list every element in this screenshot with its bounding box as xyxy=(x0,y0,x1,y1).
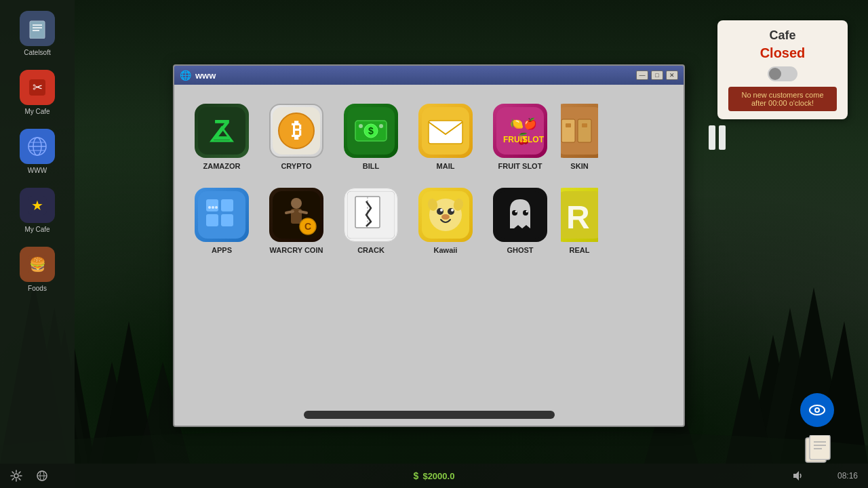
app-crypto[interactable]: ₿ CRYPTO xyxy=(262,98,330,176)
svg-text:✂: ✂ xyxy=(33,81,43,94)
app-bill[interactable]: $ BILL xyxy=(337,98,405,176)
kawaii-icon-img xyxy=(418,188,473,242)
cafe-toggle-container xyxy=(728,66,837,81)
app-crack[interactable]: CRACK xyxy=(337,182,405,260)
toggle-thumb xyxy=(769,68,781,80)
settings-icon xyxy=(10,470,22,482)
real-label: REAL xyxy=(570,246,590,254)
sidebar-item-my-cafe[interactable]: ✂ My Cafe xyxy=(7,66,68,119)
sidebar-label-foods: Foods xyxy=(28,285,47,292)
svg-point-62 xyxy=(215,206,218,209)
money-amount: $2000.0 xyxy=(422,471,454,481)
volume-button[interactable] xyxy=(788,466,807,485)
svg-text:🍎: 🍎 xyxy=(524,117,537,130)
sidebar: Catelsoft ✂ My Cafe WWW xyxy=(0,0,75,488)
app-real[interactable]: R REAL xyxy=(561,182,598,260)
svg-point-90 xyxy=(816,409,818,411)
window-content: Z ZAMAZOR ₿ CRYPTO xyxy=(174,85,684,411)
skin-icon-img xyxy=(561,104,598,158)
svg-point-84 xyxy=(515,211,517,213)
app-skin[interactable]: SKIN xyxy=(561,98,598,176)
svg-point-78 xyxy=(440,209,443,211)
catelsoft-icon xyxy=(20,11,55,46)
sidebar-item-www[interactable]: WWW xyxy=(7,125,68,178)
pause-button[interactable] xyxy=(709,125,726,150)
svg-point-80 xyxy=(441,214,450,220)
warcry-icon-img: C xyxy=(269,188,323,242)
money-icon: $ xyxy=(414,470,419,481)
svg-rect-52 xyxy=(578,119,591,142)
taskbar-money: $ $2000.0 xyxy=(414,470,455,481)
crypto-icon-img: ₿ xyxy=(269,104,323,158)
taskbar-time: 08:16 xyxy=(837,471,858,481)
card-button[interactable] xyxy=(804,435,834,468)
svg-line-67 xyxy=(300,211,307,213)
svg-line-66 xyxy=(286,211,293,213)
sidebar-item-my-cafe-2[interactable]: ★ My Cafe xyxy=(7,184,68,237)
apps-label: APPS xyxy=(212,246,232,254)
svg-point-96 xyxy=(14,474,18,478)
sidebar-item-foods[interactable]: 🍔 Foods xyxy=(7,243,68,296)
svg-rect-57 xyxy=(221,199,233,211)
svg-point-41 xyxy=(379,124,383,128)
crypto-label: CRYPTO xyxy=(281,162,311,170)
svg-text:₿: ₿ xyxy=(292,119,302,141)
crack-label: CRACK xyxy=(357,246,384,254)
svg-text:🍔: 🍔 xyxy=(29,256,46,272)
maximize-button[interactable]: □ xyxy=(651,70,663,80)
svg-point-40 xyxy=(359,124,363,128)
svg-text:SLOT: SLOT xyxy=(522,135,544,144)
svg-rect-44 xyxy=(496,107,544,155)
fruit-slot-label: FRUIT SLOT xyxy=(498,162,542,170)
close-button[interactable]: ✕ xyxy=(666,70,678,80)
window-title: www xyxy=(195,70,636,81)
svg-rect-92 xyxy=(810,435,830,460)
app-mail[interactable]: MAIL xyxy=(412,98,479,176)
zamazor-icon-img: Z xyxy=(195,104,249,158)
sidebar-label-www: WWW xyxy=(28,167,47,174)
svg-point-60 xyxy=(208,206,211,209)
taskbar: $ $2000.0 08:16 xyxy=(0,464,868,488)
sidebar-label-catelsoft: Catelsoft xyxy=(24,49,50,56)
app-kawaii[interactable]: Kawaii xyxy=(412,182,479,260)
taskbar-globe[interactable] xyxy=(33,466,52,485)
svg-rect-51 xyxy=(561,119,575,142)
taskbar-settings[interactable] xyxy=(7,466,26,485)
fruit-slot-icon-img: 🍋 🍎 🍒 FRUIT SLOT xyxy=(493,104,547,158)
svg-rect-54 xyxy=(582,123,587,127)
minimize-button[interactable]: — xyxy=(636,70,648,80)
sidebar-label-my-cafe-2: My Cafe xyxy=(24,226,50,233)
cafe-toggle[interactable] xyxy=(768,66,797,81)
svg-point-61 xyxy=(212,206,214,209)
mail-label: MAIL xyxy=(437,162,455,170)
window-scrollbar[interactable] xyxy=(304,411,555,419)
svg-rect-56 xyxy=(206,199,218,211)
cafe-notification: No new customers come after 00:00 o'cloc… xyxy=(728,87,837,111)
warcry-coin-label: WARCRY COIN xyxy=(270,246,323,254)
taskbar-right-icons xyxy=(788,466,807,485)
svg-point-85 xyxy=(526,211,528,213)
pause-bar-right xyxy=(719,125,726,150)
crack-icon-img xyxy=(344,188,398,242)
bill-icon-img: $ xyxy=(344,104,398,158)
svg-rect-43 xyxy=(429,121,462,144)
bill-label: BILL xyxy=(363,162,379,170)
app-ghost[interactable]: GHOST xyxy=(486,182,554,260)
app-zamazor[interactable]: Z ZAMAZOR xyxy=(188,98,256,176)
app-fruit-slot[interactable]: 🍋 🍎 🍒 FRUIT SLOT FRUIT SLOT xyxy=(486,98,554,176)
svg-rect-59 xyxy=(221,214,233,226)
app-apps[interactable]: APPS xyxy=(188,182,256,260)
app-warcry-coin[interactable]: C WARCRY COIN xyxy=(262,182,330,260)
my-cafe-star-icon: ★ xyxy=(20,188,55,223)
svg-point-77 xyxy=(448,208,454,215)
sidebar-item-catelsoft[interactable]: Catelsoft xyxy=(7,7,68,60)
pause-bar-left xyxy=(709,125,715,150)
svg-marker-100 xyxy=(793,471,799,481)
foods-icon: 🍔 xyxy=(20,247,55,282)
cafe-widget: Cafe Closed No new customers come after … xyxy=(717,20,848,119)
svg-point-79 xyxy=(451,209,454,211)
window-titlebar: 🌐 www — □ ✕ xyxy=(174,66,684,85)
zamazor-label: ZAMAZOR xyxy=(203,162,241,170)
eye-button[interactable] xyxy=(800,393,834,427)
svg-rect-14 xyxy=(30,21,45,39)
